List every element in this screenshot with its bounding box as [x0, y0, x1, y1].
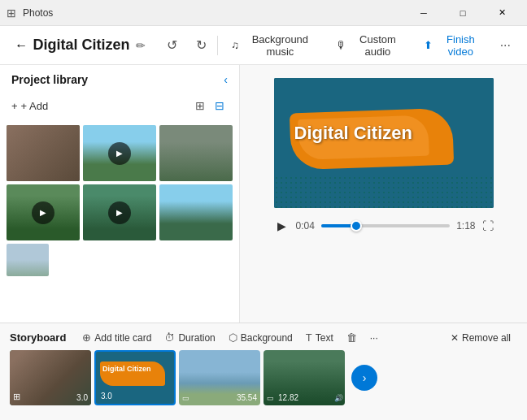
media-grid: ▶ ▶ ▶ — [0, 122, 239, 279]
undo-button[interactable]: ↺ — [159, 32, 185, 58]
edit-icon[interactable]: ✏ — [136, 39, 146, 52]
media-thumb-2[interactable]: ▶ — [83, 125, 156, 181]
music-icon: ♫ — [231, 39, 239, 51]
storyboard-area: Storyboard ⊕ Add title card ⏱ Duration ⬡… — [0, 323, 527, 420]
add-title-card-label: Add title card — [94, 332, 151, 344]
media-thumb-6[interactable] — [159, 184, 233, 240]
video-play-button[interactable]: ▶ — [274, 216, 290, 236]
custom-audio-label: Custom audio — [351, 33, 404, 58]
header-divider — [217, 36, 218, 55]
video-timeline[interactable] — [321, 224, 450, 227]
duration-button[interactable]: ⏱ Duration — [158, 328, 221, 347]
duration-label: Duration — [178, 332, 215, 344]
remove-all-label: Remove all — [462, 332, 511, 344]
timeline-fill — [321, 224, 354, 227]
storyboard-more-button[interactable]: ··· — [364, 329, 385, 347]
background-icon: ⬡ — [229, 331, 237, 344]
app-title: Digital Citizen — [33, 37, 129, 54]
storyboard-scroll: ⊞ 3.0 Title card Digital Citizen 3.0 ▭ 3… — [0, 350, 527, 410]
video-time-total: 1:18 — [456, 220, 475, 232]
timeline-scrubber[interactable] — [351, 220, 362, 232]
app-header: ← Digital Citizen ✏ ↺ ↻ ♫ Background mus… — [0, 26, 527, 65]
media-thumb-5[interactable]: ▶ — [83, 184, 156, 240]
storyboard-title-card: Title card Digital Citizen 3.0 — [94, 350, 176, 405]
video-preview: Digital Citizen — [274, 78, 494, 208]
export-icon: ⬆ — [424, 39, 433, 51]
trash-icon: 🗑 — [346, 331, 357, 344]
collapse-button[interactable]: ‹ — [224, 73, 228, 86]
finish-video-button[interactable]: ⬆ Finish video — [414, 28, 494, 63]
play-icon-2: ▶ — [108, 142, 131, 165]
minimize-button[interactable]: ─ — [405, 0, 442, 26]
text-icon: T — [306, 331, 312, 344]
background-label: Background — [241, 332, 293, 344]
close-button[interactable]: ✕ — [483, 0, 520, 26]
title-bar: ⊞ Photos ─ □ ✕ — [0, 0, 527, 26]
window-controls: ─ □ ✕ — [405, 0, 520, 26]
title-card-duration: 3.0 — [101, 392, 112, 401]
media-thumb-1[interactable] — [7, 125, 80, 181]
view-toggles: ⊞ ⊟ — [192, 96, 228, 115]
card-type-icon-3: ▭ — [182, 394, 189, 402]
add-label: + Add — [21, 100, 49, 112]
redo-button[interactable]: ↻ — [188, 32, 214, 58]
delete-button[interactable]: 🗑 — [340, 328, 364, 347]
audio-icon: 🎙 — [336, 39, 346, 51]
card-label-3: 35.54 — [237, 393, 257, 402]
text-button[interactable]: T Text — [299, 328, 340, 347]
plus-circle-icon: ⊕ — [82, 331, 91, 344]
main-layout: Project library ‹ + + Add ⊞ ⊟ ▶ — [0, 65, 527, 323]
play-icon-4: ▶ — [32, 201, 54, 224]
background-button[interactable]: ⬡ Background — [222, 328, 299, 347]
list-view-button[interactable]: ⊟ — [211, 96, 228, 115]
finish-video-label: Finish video — [438, 33, 484, 58]
left-panel: Project library ‹ + + Add ⊞ ⊟ ▶ — [0, 65, 240, 323]
storyboard-card-people[interactable]: ⊞ 3.0 — [10, 350, 91, 405]
add-title-card-button[interactable]: ⊕ Add title card — [76, 328, 158, 347]
text-label: Text — [316, 332, 333, 344]
storyboard-header: Storyboard ⊕ Add title card ⏱ Duration ⬡… — [0, 323, 527, 350]
header-actions: ♫ Background music 🎙 Custom audio ⬆ Fini… — [221, 28, 517, 63]
storyboard-card-forest[interactable]: ▭ 🔊 12.82 — [264, 350, 345, 405]
media-thumb-4[interactable]: ▶ — [7, 184, 80, 240]
back-button[interactable]: ← — [10, 32, 33, 58]
card-type-icon-4: ▭ — [267, 394, 274, 402]
clock-icon: ⏱ — [164, 331, 175, 344]
more-options-button[interactable]: ··· — [494, 35, 517, 56]
card-audio-icon-4: 🔊 — [334, 394, 343, 402]
bg-music-button[interactable]: ♫ Background music — [221, 28, 325, 63]
title-bar-title: Photos — [23, 7, 405, 19]
custom-audio-button[interactable]: 🎙 Custom audio — [326, 28, 414, 63]
title-card-preview[interactable]: Digital Citizen 3.0 — [94, 350, 176, 405]
card-type-icon-1: ⊞ — [13, 392, 20, 402]
video-time-current: 0:04 — [296, 220, 315, 232]
right-panel: Digital Citizen ▶ 0:04 1:18 ⛶ — [240, 65, 527, 323]
storyboard-card-mountains[interactable]: ▭ 35.54 — [179, 350, 260, 405]
add-button[interactable]: + + Add — [11, 100, 48, 112]
card-label-1: 3.0 — [76, 393, 88, 402]
app-title-area: Digital Citizen ✏ — [33, 37, 146, 54]
storyboard-title: Storyboard — [10, 331, 66, 344]
video-controls: ▶ 0:04 1:18 ⛶ — [274, 216, 494, 236]
fullscreen-button[interactable]: ⛶ — [482, 219, 494, 232]
undo-redo-controls: ↺ ↻ — [159, 32, 214, 58]
scroll-next-button[interactable]: › — [351, 365, 377, 391]
grid-view-button[interactable]: ⊞ — [192, 96, 208, 115]
play-icon-5: ▶ — [108, 201, 131, 224]
app-icon: ⊞ — [7, 6, 16, 19]
close-icon: ✕ — [451, 332, 459, 344]
media-thumb-7[interactable] — [7, 244, 49, 276]
plus-icon: + — [11, 100, 18, 112]
panel-title: Project library — [11, 73, 88, 86]
title-card-text: Digital Citizen — [102, 365, 151, 373]
bg-music-label: Background music — [244, 33, 316, 58]
card-label-4: 12.82 — [278, 393, 298, 402]
add-bar: + + Add ⊞ ⊟ — [0, 93, 239, 122]
remove-all-button[interactable]: ✕ Remove all — [444, 329, 517, 347]
maximize-button[interactable]: □ — [444, 0, 481, 26]
media-thumb-3[interactable] — [159, 125, 233, 181]
panel-header: Project library ‹ — [0, 65, 239, 93]
video-dots-decoration — [274, 175, 494, 208]
video-title-text: Digital Citizen — [294, 123, 412, 144]
